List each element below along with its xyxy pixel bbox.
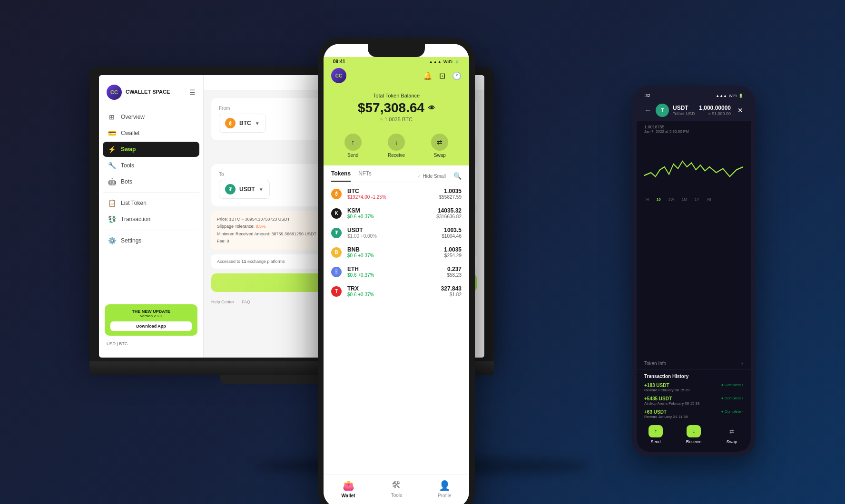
sidebar-item-label: Transaction — [121, 216, 150, 223]
tabs-row: Tokens NFTs ✓ Hide Small 🔍 — [324, 165, 469, 182]
token-name: BTC — [347, 188, 433, 194]
menu-icon[interactable]: ☰ — [189, 88, 196, 96]
sidebar-item-list-token[interactable]: 📋 List Token — [103, 195, 199, 211]
chart-tab-h[interactable]: H — [644, 196, 651, 203]
sidebar-bottom: THE NEW UPDATE Version 2.1.1 Download Ap… — [99, 300, 203, 352]
scan-icon[interactable]: ⊡ — [439, 71, 445, 80]
token-value: $1.82 — [441, 292, 462, 297]
send-label: Send — [650, 439, 660, 444]
sidebar-item-label: List Token — [121, 200, 147, 206]
sec-send-action[interactable]: ↑ Send — [637, 425, 675, 444]
sidebar-item-settings[interactable]: ⚙️ Settings — [103, 233, 199, 248]
help-center-link[interactable]: Help Center — [211, 300, 234, 304]
sidebar-item-swap[interactable]: ⚡ Swap — [103, 142, 199, 157]
transaction-icon: 💱 — [108, 215, 116, 223]
tools-nav-icon: 🛠 — [392, 480, 401, 491]
from-token-select[interactable]: ₿ BTC ▼ — [219, 114, 266, 133]
back-icon[interactable]: ← — [644, 106, 652, 115]
sec-token-full: Tether USD — [673, 111, 695, 116]
swap-action[interactable]: ⇄ Swap — [431, 134, 448, 158]
price-chart — [644, 136, 743, 193]
token-amount: 14035.32 — [436, 207, 462, 214]
status-icons: ▲▲▲ WiFi 🔋 — [429, 59, 460, 64]
cwallet-icon: 💳 — [108, 129, 116, 137]
overview-icon: ⊞ — [108, 113, 116, 121]
to-token-select[interactable]: ₮ USDT ▼ — [219, 180, 270, 199]
swap-icon: ⇄ — [431, 134, 448, 151]
wallet-label: Wallet — [342, 493, 355, 498]
list-item[interactable]: +5435 USDT Airdrop Arena February 08 15:… — [637, 394, 751, 407]
list-item[interactable]: Ξ ETH $0.6 +0.37% 0.237 $58.23 — [324, 262, 469, 281]
sidebar-item-cwallet[interactable]: 💳 Cwallet — [103, 126, 199, 141]
eth-token-icon: Ξ — [331, 267, 342, 277]
chart-tab-10[interactable]: 10 — [655, 196, 663, 203]
token-info: ETH $0.6 +0.37% — [347, 266, 441, 278]
download-app-button[interactable]: Download App — [110, 321, 192, 331]
list-item[interactable]: +183 USDT Reward February 08 15:39 ● Com… — [637, 381, 751, 394]
token-price: $1.00 +0.00% — [347, 233, 436, 239]
tx-history-header: Transaction History — [637, 370, 751, 381]
sidebar-item-overview[interactable]: ⊞ Overview — [103, 109, 199, 125]
update-banner: THE NEW UPDATE Version 2.1.1 Download Ap… — [105, 304, 197, 336]
token-price: $0.6 +0.37% — [347, 292, 435, 297]
chart-price-label: 1.0018755 Jan 7, 2022 at 5:30:00 PM — [644, 125, 743, 134]
receive-action[interactable]: ↓ Receive — [388, 134, 405, 158]
bottom-nav-wallet[interactable]: 👛 Wallet — [342, 480, 355, 498]
phone-logo: CC — [331, 68, 346, 83]
hide-small-toggle[interactable]: ✓ Hide Small — [417, 174, 446, 179]
btc-token-icon: ₿ — [331, 189, 342, 199]
token-price: $0.6 +0.37% — [347, 214, 431, 219]
chart-tab-1w[interactable]: 1W — [667, 196, 676, 203]
sidebar-item-transaction[interactable]: 💱 Transaction — [103, 212, 199, 227]
chart-tab-1m[interactable]: 1M — [680, 196, 689, 203]
token-value: $55827.59 — [439, 194, 462, 200]
sidebar-item-bots[interactable]: 🤖 Bots — [103, 174, 199, 189]
bottom-nav-profile[interactable]: 👤 Profile — [438, 480, 451, 498]
phone-body: Tokens NFTs ✓ Hide Small 🔍 ₿ — [324, 165, 469, 475]
send-icon: ↑ — [344, 134, 362, 151]
sidebar-item-label: Swap — [121, 146, 136, 153]
balance-label: Total Token Balance — [331, 93, 462, 98]
chart-tab-all[interactable]: All — [705, 196, 713, 203]
swap-label: Swap — [434, 153, 446, 158]
clock-icon[interactable]: 🕐 — [452, 71, 462, 80]
ksm-token-icon: K — [331, 208, 342, 219]
tab-nfts[interactable]: NFTs — [358, 170, 372, 182]
token-info: BNB $0.6 +0.37% — [347, 246, 438, 258]
list-item[interactable]: T TRX $0.6 +0.37% 327.843 $1.82 — [324, 281, 469, 301]
sec-receive-action[interactable]: ↓ Receive — [675, 425, 713, 444]
from-token-name: BTC — [239, 120, 251, 126]
faq-link[interactable]: FAQ — [242, 300, 250, 304]
chevron-down-icon: ▼ — [259, 187, 264, 192]
token-info-label: Token Info — [644, 361, 666, 366]
token-info: BTC $19274.00 -1.25% — [347, 188, 433, 200]
list-item[interactable]: B BNB $0.6 +0.37% 1.0035 $254.29 — [324, 242, 469, 262]
eye-icon[interactable]: 👁 — [428, 104, 435, 112]
token-amount: 1003.5 — [442, 227, 462, 233]
bottom-nav: 👛 Wallet 🛠 Tools 👤 Profile — [324, 475, 469, 504]
list-item[interactable]: ₮ USDT $1.00 +0.00% 1003.5 $1004.46 — [324, 223, 469, 242]
sidebar-item-label: Settings — [121, 237, 141, 244]
swap-icon: ⇄ — [724, 425, 740, 437]
sec-swap-action[interactable]: ⇄ Swap — [713, 425, 751, 444]
token-name: TRX — [347, 285, 435, 292]
token-price: $0.6 +0.37% — [347, 253, 438, 258]
exchange-label: Accessed to 11 exchange platforms — [217, 259, 285, 264]
bnb-token-icon: B — [331, 247, 342, 258]
bottom-nav-tools[interactable]: 🛠 Tools — [391, 480, 402, 498]
notification-icon[interactable]: 🔔 — [423, 71, 432, 80]
tx-info: +63 USDT Reward January 24 11:59 — [644, 409, 719, 419]
close-icon[interactable]: ✕ — [737, 107, 743, 114]
list-item[interactable]: K KSM $0.6 +0.37% 14035.32 $316636.82 — [324, 204, 469, 223]
tab-tokens[interactable]: Tokens — [331, 170, 351, 182]
sidebar-item-tools[interactable]: 🔧 Tools — [103, 158, 199, 173]
profile-icon: 👤 — [439, 480, 451, 491]
list-item[interactable]: +63 USDT Reward January 24 11:59 ● Compl… — [637, 407, 751, 421]
token-info-row[interactable]: Token Info › — [637, 357, 751, 370]
chart-tab-1y[interactable]: 1Y — [693, 196, 701, 203]
send-action[interactable]: ↑ Send — [344, 134, 362, 158]
list-item[interactable]: ₿ BTC $19274.00 -1.25% 1.0035 $55827.59 — [324, 184, 469, 204]
list-token-icon: 📋 — [108, 199, 116, 207]
sidebar-logo: CC CWALLET SPACE ☰ — [99, 81, 203, 107]
search-icon[interactable]: 🔍 — [453, 172, 462, 180]
